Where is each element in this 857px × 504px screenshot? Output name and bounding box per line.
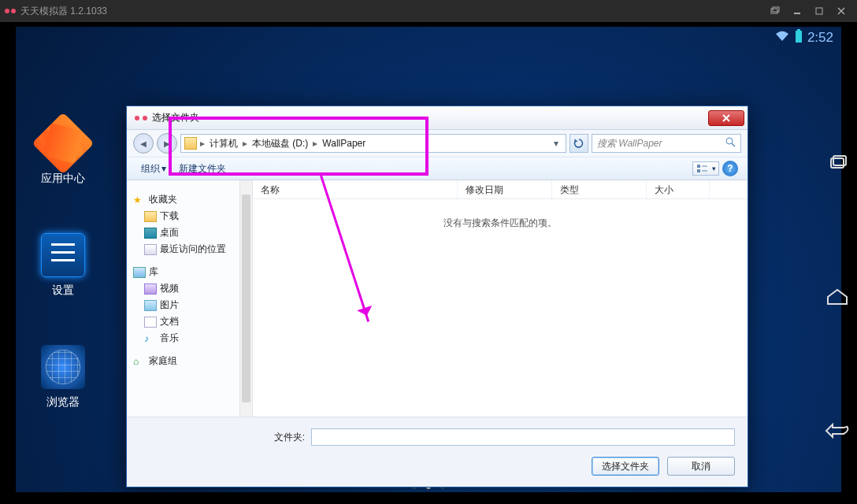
app-maximize-button[interactable] — [808, 3, 830, 19]
view-mode-button[interactable]: ▾ — [692, 161, 719, 176]
emulator-viewport: 2:52 应用中心 设置 浏览器 选择文件夹 — [16, 27, 841, 492]
svg-rect-0 — [771, 9, 777, 13]
video-icon — [144, 284, 157, 295]
col-date[interactable]: 修改日期 — [458, 180, 552, 198]
svg-line-13 — [732, 143, 735, 146]
desktop-icon — [144, 228, 157, 239]
dialog-footer: 文件夹: 选择文件夹 取消 — [127, 417, 748, 487]
organize-button[interactable]: 组织 ▾ — [136, 160, 171, 178]
svg-rect-3 — [816, 8, 822, 14]
launcher-settings[interactable]: 设置 — [32, 233, 95, 298]
app-title: 天天模拟器 1.2.1033 — [20, 5, 107, 18]
recent-icon — [144, 244, 157, 255]
tree-videos[interactable]: 视频 — [130, 280, 249, 297]
nav-back-button[interactable]: ◄ — [133, 133, 154, 154]
homegroup-icon: ⌂ — [133, 356, 146, 367]
svg-rect-14 — [697, 165, 700, 168]
tree-recent[interactable]: 最近访问的位置 — [130, 241, 249, 258]
folder-input[interactable] — [311, 428, 735, 446]
wifi-icon — [774, 30, 790, 46]
search-input[interactable]: 搜索 WallPaper — [592, 134, 741, 153]
nav-forward-button[interactable]: ► — [157, 133, 177, 154]
clock: 2:52 — [807, 30, 833, 46]
android-recents-button[interactable] — [819, 145, 855, 181]
app-logo-icon — [5, 6, 16, 17]
cancel-button[interactable]: 取消 — [667, 457, 735, 476]
chevron-right-icon: ▸ — [243, 138, 247, 149]
library-icon — [133, 267, 146, 278]
chevron-down-icon: ▾ — [712, 165, 716, 172]
tree-desktop[interactable]: 桌面 — [130, 224, 249, 241]
android-home-button[interactable] — [819, 279, 855, 315]
battery-icon — [795, 29, 803, 47]
folder-icon — [184, 137, 197, 150]
picture-icon — [144, 300, 157, 311]
chevron-right-icon: ▸ — [200, 138, 205, 149]
android-back-button[interactable] — [819, 413, 855, 449]
search-placeholder: 搜索 WallPaper — [597, 137, 662, 150]
android-statusbar: 2:52 — [16, 27, 841, 49]
tree-documents[interactable]: 文档 — [130, 313, 249, 330]
launcher-label: 设置 — [32, 284, 95, 298]
dialog-titlebar[interactable]: 选择文件夹 — [127, 106, 748, 130]
appcenter-icon — [32, 112, 94, 174]
dialog-navbar: ◄ ► ▸ 计算机 ▸ 本地磁盘 (D:) ▸ WallPaper ▾ 搜索 W… — [127, 130, 748, 157]
app-snap-button[interactable] — [764, 3, 786, 19]
app-close-button[interactable] — [830, 3, 852, 19]
tree-music[interactable]: ♪音乐 — [130, 330, 249, 346]
app-minimize-button[interactable] — [786, 3, 808, 19]
col-type[interactable]: 类型 — [552, 180, 647, 198]
empty-message: 没有与搜索条件匹配的项。 — [253, 199, 748, 247]
dialog-toolbar: 组织 ▾ 新建文件夹 ▾ ? — [127, 157, 748, 180]
search-icon — [725, 137, 736, 150]
svg-rect-1 — [773, 7, 779, 12]
launcher-column: 应用中心 设置 浏览器 — [16, 121, 110, 410]
tree-homegroup[interactable]: ⌂家庭组 — [130, 353, 249, 369]
launcher-label: 应用中心 — [32, 172, 95, 186]
file-dialog: 选择文件夹 ◄ ► ▸ 计算机 ▸ 本地磁盘 (D:) ▸ WallPaper … — [126, 106, 748, 487]
app-titlebar: 天天模拟器 1.2.1033 — [0, 0, 857, 22]
col-size[interactable]: 大小 — [647, 180, 710, 198]
chevron-down-icon: ▾ — [161, 163, 166, 174]
nav-tree: ★收藏夹 下载 桌面 最近访问的位置 库 视频 图片 文档 ♪音乐 ⌂家庭组 — [127, 180, 253, 417]
tree-scrollbar[interactable] — [239, 180, 252, 417]
dialog-body: ★收藏夹 下载 桌面 最近访问的位置 库 视频 图片 文档 ♪音乐 ⌂家庭组 名… — [127, 180, 748, 417]
tree-pictures[interactable]: 图片 — [130, 297, 249, 313]
launcher-browser[interactable]: 浏览器 — [32, 345, 95, 410]
dialog-title: 选择文件夹 — [152, 111, 199, 124]
document-icon — [144, 317, 157, 328]
breadcrumb-segment[interactable]: 计算机 — [208, 137, 239, 150]
col-name[interactable]: 名称 — [253, 180, 458, 198]
list-header: 名称 修改日期 类型 大小 — [253, 180, 748, 199]
tree-favorites[interactable]: ★收藏夹 — [130, 191, 249, 208]
select-folder-button[interactable]: 选择文件夹 — [592, 457, 659, 476]
dialog-close-button[interactable] — [708, 110, 744, 126]
launcher-appcenter[interactable]: 应用中心 — [32, 121, 95, 186]
folder-label: 文件夹: — [139, 431, 305, 444]
star-icon: ★ — [133, 195, 146, 206]
browser-icon — [41, 345, 85, 389]
svg-rect-7 — [797, 29, 800, 31]
launcher-label: 浏览器 — [32, 395, 95, 410]
svg-rect-15 — [697, 169, 700, 172]
address-bar[interactable]: ▸ 计算机 ▸ 本地磁盘 (D:) ▸ WallPaper ▾ — [180, 134, 566, 153]
address-dropdown-icon[interactable]: ▾ — [550, 138, 562, 149]
help-button[interactable]: ? — [722, 161, 738, 176]
svg-point-12 — [726, 138, 733, 144]
file-list: 名称 修改日期 类型 大小 没有与搜索条件匹配的项。 — [253, 180, 748, 417]
breadcrumb-segment[interactable]: WallPaper — [321, 138, 367, 149]
music-icon: ♪ — [144, 333, 157, 344]
newfolder-button[interactable]: 新建文件夹 — [174, 160, 231, 178]
folder-icon — [144, 211, 157, 222]
refresh-button[interactable] — [569, 134, 588, 153]
chevron-right-icon: ▸ — [313, 138, 317, 149]
settings-icon — [41, 233, 85, 277]
svg-rect-6 — [796, 31, 802, 43]
dialog-icon — [135, 112, 147, 124]
breadcrumb-segment[interactable]: 本地磁盘 (D:) — [250, 137, 310, 150]
tree-downloads[interactable]: 下载 — [130, 208, 249, 224]
tree-libraries[interactable]: 库 — [130, 264, 249, 280]
